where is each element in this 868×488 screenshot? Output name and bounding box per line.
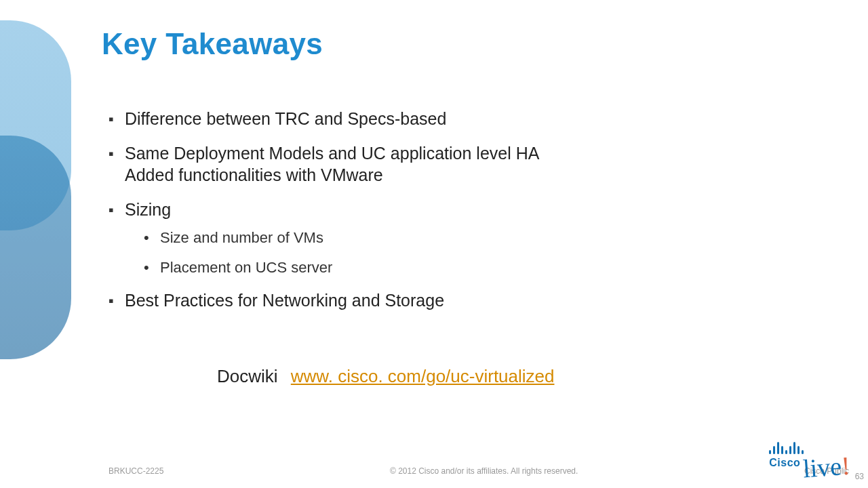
left-decor-shape-lower (0, 136, 71, 359)
footer: BRKUCC-2225 © 2012 Cisco and/or its affi… (0, 466, 868, 476)
docwiki-label: Docwiki (217, 366, 278, 386)
bullet-text: Best Practices for Networking and Storag… (125, 291, 444, 310)
cisco-live-logo: Cisco live! (769, 439, 850, 474)
bullet-text: Sizing (125, 200, 171, 219)
page-number: 63 (855, 472, 864, 481)
bullet-item: Sizing Size and number of VMs Placement … (108, 199, 787, 277)
slide: Key Takeaways Difference between TRC and… (0, 0, 868, 488)
logo-text-live: live! (803, 458, 851, 477)
logo-text-live-inner: live (802, 452, 843, 483)
slide-title: Key Takeaways (102, 27, 323, 61)
logo-text-cisco: Cisco (769, 457, 800, 469)
bullet-text: Difference between TRC and Specs-based (125, 109, 446, 128)
bullet-text: Same Deployment Models and UC applicatio… (125, 144, 539, 163)
bullet-list: Difference between TRC and Specs-based S… (108, 108, 787, 325)
sub-bullet-text: Placement on UCS server (160, 259, 332, 276)
bullet-text-continuation: Added functionalities with VMware (125, 165, 787, 186)
sub-bullet-item: Placement on UCS server (144, 258, 787, 277)
docwiki-link[interactable]: www. cisco. com/go/uc-virtualized (291, 366, 555, 386)
session-code: BRKUCC-2225 (108, 466, 163, 476)
sub-bullet-text: Size and number of VMs (160, 229, 323, 246)
bullet-item: Best Practices for Networking and Storag… (108, 290, 787, 311)
bullet-item: Difference between TRC and Specs-based (108, 108, 787, 129)
docwiki-row: Docwiki www. cisco. com/go/uc-virtualize… (217, 366, 555, 387)
logo-text-bang: ! (841, 451, 852, 481)
sub-bullet-list: Size and number of VMs Placement on UCS … (144, 228, 787, 277)
bullet-item: Same Deployment Models and UC applicatio… (108, 143, 787, 186)
copyright-text: © 2012 Cisco and/or its affiliates. All … (163, 466, 804, 476)
sub-bullet-item: Size and number of VMs (144, 228, 787, 247)
